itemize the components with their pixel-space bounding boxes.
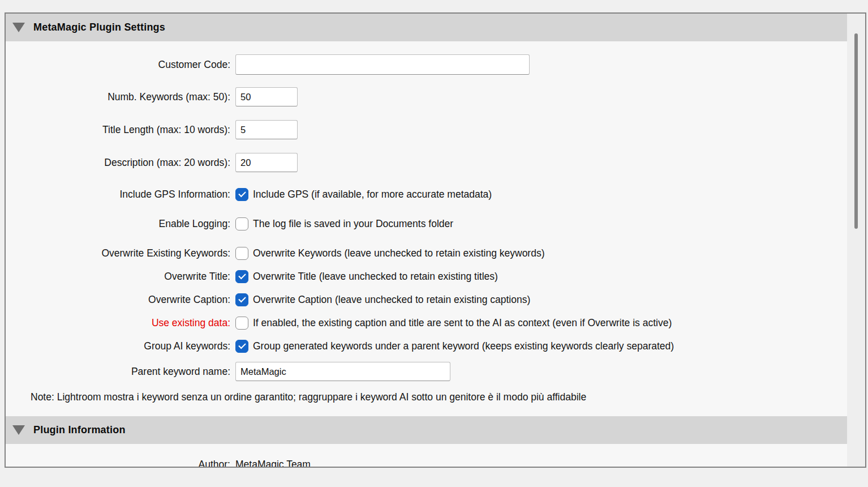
group-ai-keywords-description: Group generated keywords under a parent …: [253, 340, 674, 352]
collapse-triangle-icon[interactable]: [12, 425, 25, 435]
collapse-triangle-icon[interactable]: [12, 23, 25, 32]
group-ai-keywords-checkbox[interactable]: [235, 340, 248, 353]
overwrite-title-description: Overwrite Title (leave unchecked to reta…: [253, 271, 498, 283]
include-gps-row: Include GPS Information: Include GPS (if…: [6, 187, 847, 201]
use-existing-data-label: Use existing data:: [6, 317, 235, 329]
use-existing-data-description: If enabled, the existing caption and tit…: [253, 317, 672, 329]
metamagic-settings-body: Customer Code: Numb. Keywords (max: 50):…: [6, 54, 847, 404]
enable-logging-checkbox[interactable]: [235, 217, 248, 230]
title-length-label: Title Length (max: 10 words):: [6, 124, 235, 136]
include-gps-checkbox[interactable]: [235, 188, 248, 201]
section-header-metamagic-settings[interactable]: MetaMagic Plugin Settings: [6, 14, 847, 41]
overwrite-title-label: Overwrite Title:: [6, 271, 235, 283]
group-ai-keywords-label: Group AI keywords:: [6, 340, 235, 352]
parent-keyword-label: Parent keyword name:: [6, 366, 235, 378]
overwrite-caption-row: Overwrite Caption: Overwrite Caption (le…: [6, 293, 847, 306]
parent-keyword-row: Parent keyword name:: [6, 362, 847, 381]
section-header-plugin-information[interactable]: Plugin Information: [6, 416, 847, 444]
plugin-settings-panel: MetaMagic Plugin Settings Customer Code:…: [5, 12, 866, 468]
scrollbar-thumb[interactable]: [854, 33, 858, 229]
keyword-order-note: Note: Lightroom mostra i keyword senza u…: [6, 391, 847, 404]
enable-logging-label: Enable Logging:: [6, 218, 235, 230]
author-row: Author: MetaMagic Team: [6, 458, 847, 468]
author-label: Author:: [6, 458, 235, 468]
parent-keyword-input[interactable]: [235, 362, 450, 381]
customer-code-row: Customer Code:: [6, 54, 847, 75]
title-length-input[interactable]: [235, 120, 298, 139]
enable-logging-description: The log file is saved in your Documents …: [253, 218, 453, 230]
overwrite-title-row: Overwrite Title: Overwrite Title (leave …: [6, 270, 847, 283]
overwrite-keywords-label: Overwrite Existing Keywords:: [6, 247, 235, 259]
enable-logging-row: Enable Logging: The log file is saved in…: [6, 217, 847, 230]
customer-code-label: Customer Code:: [6, 59, 235, 71]
overwrite-caption-description: Overwrite Caption (leave unchecked to re…: [253, 294, 530, 306]
group-ai-keywords-row: Group AI keywords: Group generated keywo…: [6, 339, 847, 353]
section-title: MetaMagic Plugin Settings: [33, 22, 165, 33]
overwrite-keywords-description: Overwrite Keywords (leave unchecked to r…: [253, 247, 545, 259]
overwrite-keywords-row: Overwrite Existing Keywords: Overwrite K…: [6, 246, 847, 260]
description-length-label: Description (max: 20 words):: [6, 157, 235, 169]
num-keywords-input[interactable]: [235, 87, 298, 106]
overwrite-caption-label: Overwrite Caption:: [6, 294, 235, 306]
title-length-row: Title Length (max: 10 words):: [6, 120, 847, 139]
overwrite-caption-checkbox[interactable]: [235, 293, 248, 306]
section-title: Plugin Information: [33, 424, 126, 436]
author-value: MetaMagic Team: [235, 458, 311, 468]
overwrite-title-checkbox[interactable]: [235, 270, 248, 283]
include-gps-label: Include GPS Information:: [6, 189, 235, 200]
panel-content: MetaMagic Plugin Settings Customer Code:…: [6, 14, 847, 467]
num-keywords-label: Numb. Keywords (max: 50):: [6, 91, 235, 103]
include-gps-description: Include GPS (if available, for more accu…: [253, 189, 492, 200]
overwrite-keywords-checkbox[interactable]: [235, 247, 248, 260]
use-existing-data-row: Use existing data: If enabled, the exist…: [6, 316, 847, 330]
description-length-row: Description (max: 20 words):: [6, 153, 847, 172]
description-length-input[interactable]: [235, 153, 298, 172]
use-existing-data-checkbox[interactable]: [235, 317, 248, 330]
plugin-information-body: Author: MetaMagic Team: [6, 458, 847, 468]
num-keywords-row: Numb. Keywords (max: 50):: [6, 87, 847, 106]
customer-code-input[interactable]: [235, 54, 530, 75]
scrollbar-track[interactable]: [847, 14, 865, 467]
